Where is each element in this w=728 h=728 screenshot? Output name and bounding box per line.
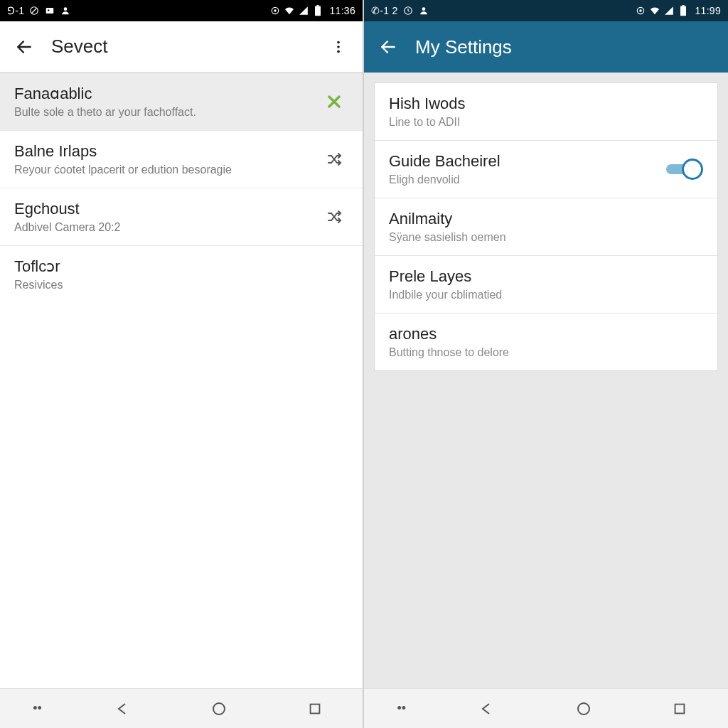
- svg-rect-22: [682, 5, 685, 6]
- settings-item-subtitle: Butting thnose to delore: [389, 346, 703, 359]
- settings-item-title: Anilmaity: [389, 210, 703, 228]
- svg-point-11: [337, 46, 340, 48]
- svg-point-4: [64, 7, 68, 11]
- list-item-subtitle: Bulte sole a theto ar your fachoffact.: [14, 106, 313, 119]
- svg-point-15: [213, 703, 225, 714]
- svg-point-24: [578, 703, 589, 714]
- svg-rect-2: [46, 8, 54, 14]
- list-left: Fanaɑablic Bulte sole a theto ar your fa…: [0, 73, 363, 688]
- svg-point-10: [337, 41, 340, 43]
- settings-item[interactable]: Prele Layes Indbile your cblimatied: [375, 256, 717, 314]
- person-icon: [60, 5, 71, 16]
- navbar-right: ••: [364, 688, 728, 728]
- signal-icon: [663, 5, 675, 16]
- nav-recents-dots[interactable]: ••: [27, 701, 48, 716]
- settings-item-title: Guide Bacheirel: [389, 152, 656, 171]
- shuffle-icon: [320, 151, 348, 168]
- dnd-icon: [28, 5, 40, 16]
- wifi-icon: [649, 5, 660, 16]
- svg-rect-16: [310, 704, 319, 713]
- list-item-subtitle: Reyour ćootet lpacerit or edution besora…: [14, 164, 313, 176]
- list-item-title: Balne Irlaps: [14, 142, 313, 161]
- svg-rect-21: [680, 6, 686, 16]
- list-item-title: Egchoust: [14, 200, 313, 218]
- settings-item[interactable]: Guide Bacheirel Eligh denvolid: [375, 141, 717, 198]
- settings-item[interactable]: arones Butting thnose to delore: [375, 314, 717, 370]
- appbar-title: My Settings: [415, 36, 718, 58]
- status-time: 11:36: [329, 5, 355, 16]
- nav-overview-button[interactable]: [294, 695, 336, 723]
- list-item[interactable]: Fanaɑablic Bulte sole a theto ar your fa…: [0, 73, 363, 131]
- settings-item-subtitle: Indbile your cblimatied: [389, 289, 703, 301]
- photo-icon: [44, 5, 55, 16]
- content-right: Hish Iwods Line to to ADII Guide Bacheir…: [364, 73, 728, 688]
- settings-item-subtitle: Sÿane sasielish oemen: [389, 231, 703, 244]
- svg-point-12: [337, 50, 340, 53]
- wifi-icon: [284, 5, 295, 16]
- settings-item-title: Hish Iwods: [389, 95, 703, 113]
- list-item-title: Toflcɔr: [14, 257, 348, 276]
- target-icon: [635, 5, 646, 16]
- nav-back-button[interactable]: [466, 695, 508, 723]
- nav-overview-button[interactable]: [658, 695, 701, 723]
- phone-right: ✆-1 2 11:99 My Settings His: [364, 0, 728, 728]
- svg-rect-7: [315, 6, 321, 16]
- settings-item-title: arones: [389, 325, 703, 343]
- battery-icon: [312, 5, 323, 16]
- list-item[interactable]: Egchoust Adbivel Camera 20:2: [0, 188, 363, 246]
- settings-item-subtitle: Eligh denvolid: [389, 173, 656, 186]
- target-icon: [269, 5, 281, 16]
- settings-item[interactable]: Hish Iwods Line to to ADII: [375, 83, 717, 141]
- nav-home-button[interactable]: [198, 695, 240, 723]
- battery-icon: [678, 5, 689, 16]
- appbar-right: My Settings: [364, 21, 728, 73]
- phone-left: ⅁-1 11:36 Sevect: [0, 0, 364, 728]
- list-item[interactable]: Toflcɔr Resivices: [0, 246, 363, 303]
- check-icon: [320, 92, 348, 112]
- svg-rect-25: [675, 704, 685, 713]
- overflow-menu-button[interactable]: [324, 33, 353, 61]
- back-button[interactable]: [10, 33, 38, 61]
- svg-point-18: [422, 7, 425, 11]
- back-button[interactable]: [374, 33, 402, 61]
- list-item-subtitle: Adbivel Camera 20:2: [14, 221, 313, 234]
- status-bar-right: ✆-1 2 11:99: [364, 0, 728, 21]
- list-item[interactable]: Balne Irlaps Reyour ćootet lpacerit or e…: [0, 131, 363, 188]
- list-item-title: Fanaɑablic: [14, 85, 313, 103]
- settings-item-subtitle: Line to to ADII: [389, 116, 703, 129]
- appbar-title: Sevect: [51, 36, 324, 58]
- status-network-text: ✆-1 2: [371, 5, 398, 16]
- list-item-subtitle: Resivices: [14, 279, 348, 291]
- navbar-left: ••: [0, 688, 363, 728]
- settings-card: Hish Iwods Line to to ADII Guide Bacheir…: [374, 82, 718, 371]
- svg-line-1: [32, 9, 37, 14]
- svg-point-6: [274, 10, 276, 11]
- toggle-switch[interactable]: [663, 159, 703, 180]
- signal-icon: [298, 5, 309, 16]
- person-icon: [418, 5, 429, 16]
- settings-item[interactable]: Anilmaity Sÿane sasielish oemen: [375, 198, 717, 256]
- svg-rect-8: [317, 5, 319, 6]
- clock-icon: [402, 5, 414, 16]
- svg-point-3: [48, 9, 49, 11]
- nav-back-button[interactable]: [102, 695, 144, 723]
- settings-item-title: Prele Layes: [389, 267, 703, 286]
- status-bar-left: ⅁-1 11:36: [0, 0, 363, 21]
- status-network-text: ⅁-1: [7, 5, 24, 16]
- nav-recents-dots[interactable]: ••: [391, 701, 412, 716]
- appbar-left: Sevect: [0, 21, 363, 73]
- status-time: 11:99: [695, 5, 721, 16]
- svg-point-20: [640, 10, 641, 11]
- nav-home-button[interactable]: [562, 695, 605, 723]
- shuffle-icon: [320, 208, 348, 225]
